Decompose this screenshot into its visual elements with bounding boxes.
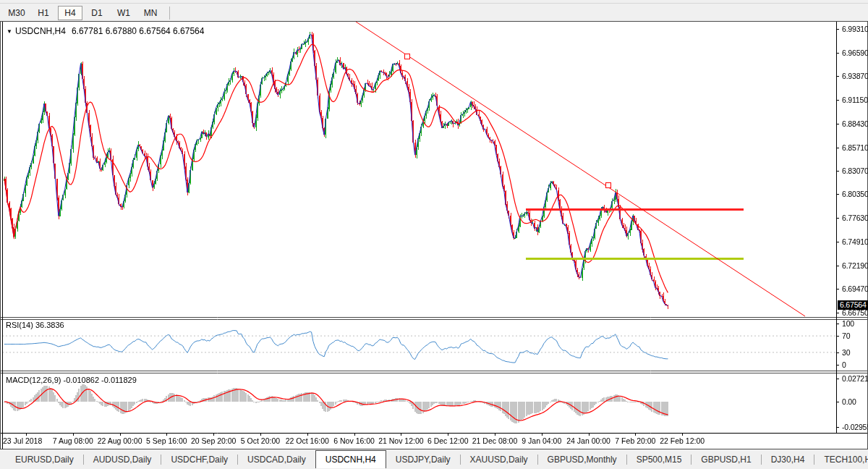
- price-axis-label: 6.85710: [842, 143, 868, 152]
- price-axis-label: 6.77630: [842, 214, 868, 222]
- price-axis-label: 6.88430: [842, 119, 868, 128]
- price-axis-label: 6.83070: [842, 166, 868, 175]
- chevron-down-icon[interactable]: ▼: [7, 28, 12, 35]
- timeframe-buttons: M30H1H4D1W1MN: [4, 6, 165, 20]
- chart-tab-gbpusd[interactable]: GBPUSD,H1: [692, 450, 760, 468]
- date-axis-label: 5 Oct 20:00: [241, 436, 280, 445]
- chart-title: ▼USDCNH,H46.67781 6.67880 6.67564 6.6756…: [7, 26, 204, 36]
- price-axis-label: 6.80350: [842, 190, 868, 198]
- chart-tab-usdchf[interactable]: USDCHF,Daily: [161, 450, 237, 468]
- rsi-axis-label: 0: [842, 360, 846, 369]
- date-axis-label: 6 Dec 12:00: [427, 436, 469, 445]
- chart-tab-bar: EURUSD,DailyAUDUSD,DailyUSDCHF,DailyUSDC…: [0, 449, 868, 469]
- date-axis-label: 21 Dec 08:00: [472, 436, 517, 445]
- date-axis-label: 6 Nov 16:00: [333, 436, 375, 445]
- rsi-axis-label: 30: [842, 348, 850, 357]
- date-axis-label: 7 Aug 08:00: [53, 436, 93, 445]
- timeframe-toolbar: M30H1H4D1W1MN: [0, 4, 868, 21]
- price-axis-label: 6.93870: [842, 72, 868, 80]
- chart-tab-tech100[interactable]: TECH100,H1: [814, 450, 868, 468]
- chart-tab-eurusd[interactable]: EURUSD,Daily: [6, 450, 83, 468]
- timeframe-button-d1[interactable]: D1: [85, 6, 109, 20]
- price-axis-label: 6.96590: [842, 48, 868, 57]
- date-axis-label: 23 Jul 2018: [3, 436, 42, 445]
- chart-tab-gbpusd[interactable]: GBPUSD,Monthly: [538, 450, 626, 468]
- toolbar-separator: [169, 7, 170, 20]
- chart-window: ▼USDCNH,H46.67781 6.67880 6.67564 6.6756…: [0, 21, 868, 449]
- price-axis-label: 6.99310: [842, 25, 868, 33]
- price-axis-label: 6.69470: [842, 284, 868, 293]
- chart-symbol-period: USDCNH,H4: [15, 26, 66, 36]
- chart-tab-usdcnh[interactable]: USDCNH,H4: [315, 450, 386, 468]
- chart-tab-xauusd[interactable]: XAUUSD,Daily: [461, 450, 537, 468]
- chart-tab-usdcad[interactable]: USDCAD,Daily: [238, 450, 315, 468]
- macd-indicator-label: MACD(12,26,9) -0.010862 -0.011829: [6, 376, 137, 384]
- chart-tab-audusd[interactable]: AUDUSD,Daily: [84, 450, 161, 468]
- date-axis-label: 22 Feb 12:00: [660, 436, 705, 445]
- price-axis-label: 6.72190: [842, 261, 868, 270]
- timeframe-button-mn[interactable]: MN: [138, 6, 163, 20]
- rsi-axis-label: 70: [842, 331, 850, 340]
- macd-axis-label: 0.027219: [842, 374, 868, 383]
- date-axis-label: 7 Feb 20:00: [615, 436, 655, 445]
- timeframe-button-h1[interactable]: H1: [31, 6, 56, 20]
- timeframe-button-m30[interactable]: M30: [4, 6, 29, 20]
- date-axis-label: 22 Aug 00:00: [98, 436, 142, 445]
- timeframe-button-w1[interactable]: W1: [111, 6, 136, 20]
- macd-axis-label: -0.029558: [842, 423, 868, 431]
- date-axis-label: 5 Sep 16:00: [146, 436, 187, 445]
- chart-tab-dj30[interactable]: DJ30,H4: [762, 450, 814, 468]
- macd-axis-label: 0.00: [842, 397, 856, 406]
- upper-toolbar-edge: [0, 0, 868, 4]
- price-axis-label: 6.91150: [842, 96, 868, 104]
- chart-tabs: EURUSD,DailyAUDUSD,DailyUSDCHF,DailyUSDC…: [6, 449, 868, 469]
- date-axis-label: 24 Jan 00:00: [566, 436, 610, 445]
- date-axis-label: 20 Sep 20:00: [191, 436, 236, 445]
- date-axis-label: 22 Oct 16:00: [286, 436, 329, 445]
- chart-tab-sp500[interactable]: SP500,M15: [627, 450, 692, 468]
- date-axis-label: 21 Nov 12:00: [378, 436, 423, 445]
- price-axis-label: 6.74910: [842, 237, 868, 246]
- current-price-tag: 6.67564: [838, 300, 868, 310]
- chart-ohlc-quote: 6.67781 6.67880 6.67564 6.67564: [72, 26, 205, 36]
- timeframe-button-h4[interactable]: H4: [58, 6, 82, 20]
- chart-tab-usdjpy[interactable]: USDJPY,Daily: [386, 450, 460, 468]
- date-axis-label: 9 Jan 04:00: [522, 436, 561, 445]
- rsi-axis-label: 100: [842, 319, 854, 328]
- price-chart-canvas[interactable]: [1, 22, 867, 449]
- rsi-indicator-label: RSI(14) 36.3836: [6, 321, 64, 329]
